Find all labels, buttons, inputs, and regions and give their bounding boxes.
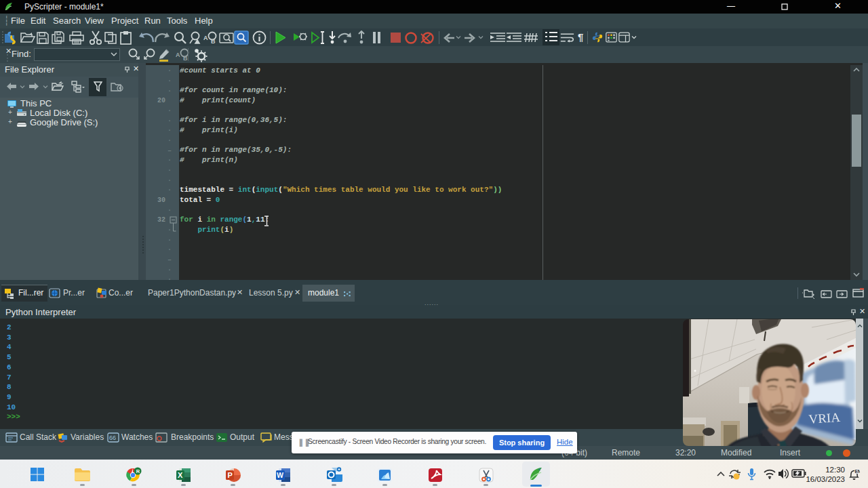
svg-text:A: A xyxy=(203,35,208,41)
svg-text:EN: EN xyxy=(855,469,861,474)
svg-text:B: B xyxy=(211,38,216,45)
svg-text:X: X xyxy=(178,471,183,479)
svg-text:66: 66 xyxy=(109,434,116,441)
svg-text:R: R xyxy=(136,468,140,474)
svg-text:VRIA: VRIA xyxy=(808,410,841,426)
svg-text:A: A xyxy=(176,52,180,58)
svg-text:P: P xyxy=(228,471,233,479)
svg-text:W: W xyxy=(277,471,283,479)
svg-text:B: B xyxy=(183,55,188,62)
